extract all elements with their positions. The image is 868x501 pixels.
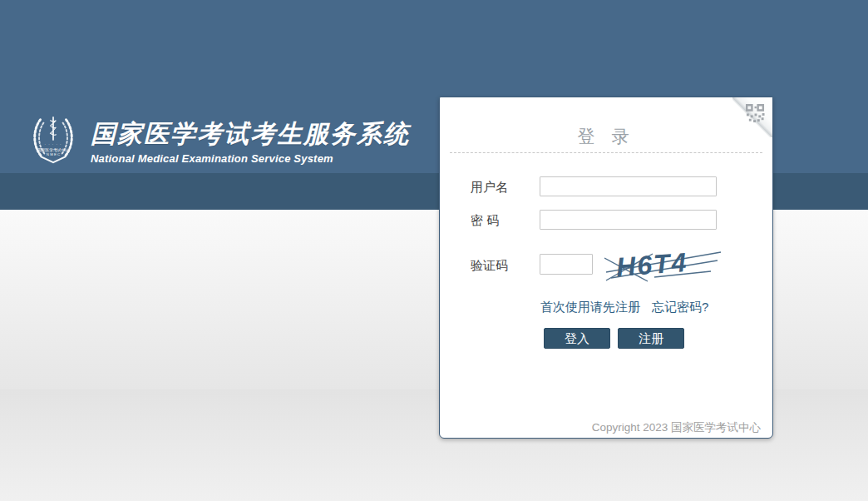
brand-text: 国家医学考试考生服务系统 National Medical Examinatio…: [91, 117, 410, 165]
forgot-password-link[interactable]: 忘记密码?: [652, 300, 708, 315]
links-row: 首次使用请先注册 忘记密码?: [540, 300, 708, 315]
nmec-emblem-logo: · · · · · 国家医学考试中心 N M E C: [27, 113, 79, 166]
login-title: 登 录: [440, 125, 772, 148]
captcha-label: 验证码: [471, 258, 508, 274]
brand: · · · · · 国家医学考试中心 N M E C 国家医学考试考生服务系统 …: [27, 113, 410, 166]
copyright-text: Copyright 2023 国家医学考试中心: [592, 420, 761, 435]
captcha-input[interactable]: [540, 254, 593, 275]
svg-text:N M E C: N M E C: [47, 152, 60, 156]
username-label: 用户名: [471, 180, 508, 196]
password-input[interactable]: [540, 210, 717, 230]
login-panel: 登 录 用户名 密 码 验证码 H6T4 首次使用请先注册 忘记密码? 登入 注…: [439, 97, 773, 439]
svg-text:H6T4: H6T4: [615, 247, 689, 282]
divider: [450, 152, 762, 153]
register-hint-link[interactable]: 首次使用请先注册: [540, 300, 640, 315]
password-label: 密 码: [471, 213, 499, 229]
page: · · · · · 国家医学考试中心 N M E C 国家医学考试考生服务系统 …: [0, 0, 868, 501]
captcha-image[interactable]: H6T4: [604, 244, 723, 284]
qr-code-icon[interactable]: [746, 104, 765, 123]
login-button[interactable]: 登入: [544, 328, 610, 349]
site-title: 国家医学考试考生服务系统: [91, 117, 410, 151]
username-input[interactable]: [540, 176, 717, 196]
register-button[interactable]: 注册: [618, 328, 684, 349]
svg-text:· · · · ·: · · · · ·: [45, 142, 62, 146]
site-subtitle: National Medical Examination Service Sys…: [91, 152, 410, 165]
